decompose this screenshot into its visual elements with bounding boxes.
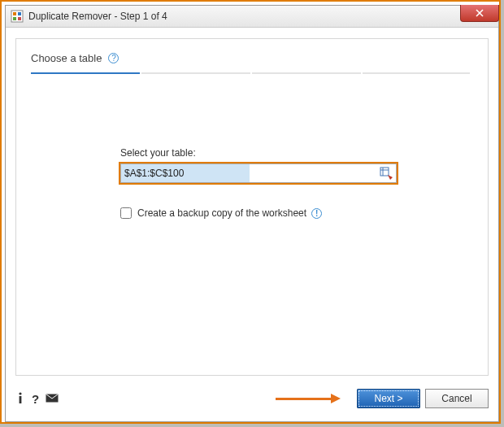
footer-icons: ? [15,392,59,406]
dialog-footer: ? Next > Cancel [15,387,489,410]
highlight-frame: Duplicate Remover - Step 1 of 4 Choose a… [0,0,501,424]
svg-rect-12 [20,396,22,403]
svg-rect-1 [13,12,16,15]
backup-label: Create a backup copy of the worksheet [137,207,306,219]
range-input[interactable] [121,164,250,182]
close-icon [476,9,484,17]
page-heading: Choose a table [31,52,102,64]
window-close-button[interactable] [460,5,499,22]
svg-rect-4 [18,17,21,20]
arrow-callout [276,393,341,404]
backup-checkbox[interactable] [120,207,132,219]
cancel-button[interactable]: Cancel [425,389,489,408]
range-picker-button[interactable] [376,164,396,182]
select-table-label: Select your table: [120,147,473,159]
window-title: Duplicate Remover - Step 1 of 4 [28,11,167,22]
range-input-group [120,163,397,183]
heading-row: Choose a table ? [31,52,473,64]
info-icon[interactable]: ! [311,208,322,219]
progress-step-3 [252,72,363,74]
help-footer-icon[interactable]: ? [32,392,39,406]
help-icon[interactable]: ? [108,53,119,63]
svg-point-11 [19,392,21,394]
app-icon [11,10,24,23]
svg-rect-7 [380,168,389,176]
svg-rect-2 [18,12,21,15]
info-footer-icon[interactable] [15,392,25,406]
range-picker-icon [380,167,393,180]
progress-step-4 [31,74,140,76]
progress-step-2 [141,72,252,74]
svg-rect-3 [13,17,16,20]
next-button[interactable]: Next > [357,389,420,408]
range-input-extent[interactable] [250,164,376,182]
wizard-progress [31,72,470,74]
title-bar[interactable]: Duplicate Remover - Step 1 of 4 [6,6,498,28]
mail-footer-icon[interactable] [46,392,59,405]
backup-row: Create a backup copy of the worksheet ! [120,207,473,219]
svg-marker-10 [388,175,393,180]
dialog-body: Choose a table ? Select your table: [15,38,489,376]
dialog-window: Duplicate Remover - Step 1 of 4 Choose a… [5,5,499,422]
